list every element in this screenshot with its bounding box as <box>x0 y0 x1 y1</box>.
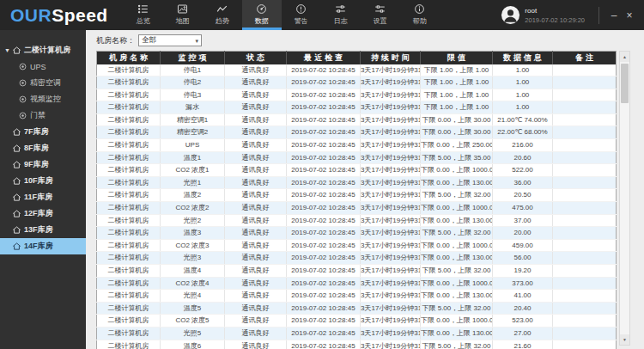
table-cell: 通讯良好 <box>225 202 287 215</box>
nav-item-trend[interactable]: 趋势 <box>203 0 242 30</box>
scrollbar-thumb[interactable] <box>621 64 629 103</box>
table-cell: 下限 1.00，上限 1.00 <box>421 101 493 114</box>
table-row[interactable]: 二楼计算机房光照3通讯良好2019-07-02 10:28:453天17小时19… <box>97 252 617 265</box>
table-row[interactable]: 二楼计算机房温度5通讯良好2019-07-02 10:28:453天17小时19… <box>97 302 617 315</box>
table-cell: 二楼计算机房 <box>97 151 161 164</box>
sidebar-item-computer-room-2f[interactable]: ▼ 二楼计算机房 <box>0 42 86 58</box>
table-cell: 3天17小时19分钟31秒 <box>361 139 421 152</box>
table-cell: CO2 浓度3 <box>161 239 225 252</box>
table-cell: 22.00℃ 68.00% <box>493 126 553 139</box>
table-row[interactable]: 二楼计算机房温度2通讯良好2019-07-02 10:28:453天17小时19… <box>97 189 617 202</box>
sidebar-item-14f[interactable]: ▼ 14F库房 <box>0 238 86 254</box>
table-cell <box>553 302 617 315</box>
table-row[interactable]: 二楼计算机房光照1通讯良好2019-07-02 10:28:453天17小时19… <box>97 176 617 189</box>
table-cell: 下限 0.00，上限 130.00 <box>421 176 493 189</box>
table-row[interactable]: 二楼计算机房温度6通讯良好2019-07-02 10:28:453天17小时19… <box>97 340 617 349</box>
home-icon <box>12 127 21 137</box>
table-cell <box>553 139 617 152</box>
table-row[interactable]: 二楼计算机房精密空调2通讯良好2019-07-02 10:28:453天17小时… <box>97 126 617 139</box>
table-row[interactable]: 二楼计算机房CO2 浓度5通讯良好2019-07-02 10:28:453天17… <box>97 315 617 328</box>
alert-icon <box>295 3 307 15</box>
table-cell: 光照3 <box>161 252 225 265</box>
table-row[interactable]: 二楼计算机房温度4通讯良好2019-07-02 10:28:453天17小时19… <box>97 265 617 278</box>
sidebar-item-9f[interactable]: ▼ 9F库房 <box>0 156 86 173</box>
close-button[interactable]: × <box>622 8 637 23</box>
sidebar-item-precision-ac[interactable]: 精密空调 <box>0 75 86 91</box>
sidebar-item-12f[interactable]: ▼ 12F库房 <box>0 205 86 222</box>
table-cell: 通讯良好 <box>225 302 287 315</box>
sidebar-item-11f[interactable]: ▼ 11F库房 <box>0 189 86 205</box>
nav-item-help[interactable]: 帮助 <box>400 0 440 30</box>
minimize-button[interactable]: – <box>606 8 622 23</box>
sidebar-item-ups[interactable]: UPS <box>0 58 86 75</box>
scroll-up-button[interactable]: ▲ <box>620 52 629 62</box>
table-row[interactable]: 二楼计算机房漏水通讯良好2019-07-02 10:28:453天17小时19分… <box>97 101 617 114</box>
sidebar-item-door-access[interactable]: 门禁 <box>0 107 86 124</box>
nav-item-log[interactable]: 日志 <box>321 0 361 30</box>
table-row[interactable]: 二楼计算机房CO2 浓度4通讯良好2019-07-02 10:28:453天17… <box>97 277 617 290</box>
nav-item-alert[interactable]: 警告 <box>282 0 321 30</box>
table-row[interactable]: 二楼计算机房停电3通讯良好2019-07-02 10:28:453天17小时19… <box>97 89 617 101</box>
scroll-down-button[interactable]: ▼ <box>620 334 629 345</box>
table-cell: 温度4 <box>161 265 225 278</box>
user-info[interactable]: root 2019-07-02 10:29:20 <box>501 5 585 25</box>
table-cell: 3天17小时19分钟31秒 <box>361 340 421 349</box>
table-cell: 522.00 <box>493 164 553 177</box>
table-cell: 通讯良好 <box>225 113 287 126</box>
nav-item-data[interactable]: 数据 <box>242 0 282 30</box>
table-row[interactable]: 二楼计算机房光照4通讯良好2019-07-02 10:28:453天17小时19… <box>97 290 617 303</box>
table-row[interactable]: 二楼计算机房CO2 浓度1通讯良好2019-07-02 10:28:453天17… <box>97 164 617 177</box>
table-cell: 3天17小时19分钟31秒 <box>361 277 421 290</box>
table-cell: 下限 1.00，上限 1.00 <box>421 77 493 89</box>
table-cell: 下限 0.00，上限 250.00 <box>421 139 493 152</box>
table-row[interactable]: 二楼计算机房光照2通讯良好2019-07-02 10:28:453天17小时19… <box>97 214 617 227</box>
table-cell: 3天17小时19分钟31秒 <box>361 239 421 252</box>
topbar-right: root 2019-07-02 10:29:20 – × <box>501 0 644 30</box>
table-cell: 温度5 <box>161 302 225 315</box>
table-cell: CO2 浓度5 <box>161 315 225 328</box>
table-cell: 光照1 <box>161 176 225 189</box>
table-cell: 下限 0.00，上限 30.00 <box>421 113 493 126</box>
table-row[interactable]: 二楼计算机房精密空调1通讯良好2019-07-02 10:28:453天17小时… <box>97 113 617 126</box>
expand-arrow-icon[interactable]: ▼ <box>4 47 12 53</box>
nav-item-settings[interactable]: 设置 <box>361 0 400 30</box>
table-cell: 475.00 <box>493 202 553 215</box>
nav-item-overview[interactable]: 总览 <box>124 0 163 30</box>
table-cell: 3天17小时19分钟31秒 <box>361 126 421 139</box>
table-row[interactable]: 二楼计算机房UPS通讯良好2019-07-02 10:28:453天17小时19… <box>97 139 617 152</box>
logo-our: OUR <box>10 5 52 26</box>
nav-item-map[interactable]: 地图 <box>163 0 203 30</box>
sidebar-item-cctv[interactable]: 视频监控 <box>0 91 86 107</box>
table-cell: 二楼计算机房 <box>97 202 161 215</box>
table-cell: 2019-07-02 10:28:45 <box>287 227 361 240</box>
device-icon <box>18 95 27 104</box>
sidebar-item-10f[interactable]: ▼ 10F库房 <box>0 173 86 189</box>
table-cell: 下限 5.00，上限 32.00 <box>421 302 493 315</box>
table-row[interactable]: 二楼计算机房光照5通讯良好2019-07-02 10:28:453天17小时19… <box>97 327 617 340</box>
room-filter-select[interactable]: 全部 ▾ <box>138 34 202 46</box>
table-cell: 通讯良好 <box>225 315 287 328</box>
table-cell: 通讯良好 <box>225 227 287 240</box>
table-cell: 3天17小时19分钟31秒 <box>361 189 421 202</box>
table-row[interactable]: 二楼计算机房温度3通讯良好2019-07-02 10:28:453天17小时19… <box>97 227 617 240</box>
device-icon <box>18 62 27 71</box>
table-cell: 20.50 <box>493 189 553 202</box>
table-cell: 3天17小时19分钟31秒 <box>361 315 421 328</box>
column-header: 持续时间 <box>361 52 421 64</box>
table-row[interactable]: 二楼计算机房停电1通讯良好2019-07-02 10:28:453天17小时19… <box>97 64 617 77</box>
sidebar-item-8f[interactable]: ▼ 8F库房 <box>0 140 86 156</box>
device-icon <box>18 78 27 88</box>
table-cell: 下限 5.00，上限 32.00 <box>421 189 493 202</box>
table-cell: 通讯良好 <box>225 77 287 89</box>
table-row[interactable]: 二楼计算机房CO2 浓度3通讯良好2019-07-02 10:28:453天17… <box>97 239 617 252</box>
sidebar-item-7f[interactable]: ▼ 7F库房 <box>0 124 86 140</box>
sidebar-item-13f[interactable]: ▼ 13F库房 <box>0 222 86 238</box>
table-scrollbar[interactable]: ▲ ▼ <box>619 51 630 346</box>
table-row[interactable]: 二楼计算机房CO2 浓度2通讯良好2019-07-02 10:28:453天17… <box>97 202 617 215</box>
table-cell: 459.00 <box>493 239 553 252</box>
table-row[interactable]: 二楼计算机房停电2通讯良好2019-07-02 10:28:453天17小时19… <box>97 77 617 89</box>
table-row[interactable]: 二楼计算机房温度1通讯良好2019-07-02 10:28:453天17小时19… <box>97 151 617 164</box>
main-content: 机房名称： 全部 ▾ 机房名称监控项状态最近检查持续时间限值数据信息备注 二楼计… <box>86 30 644 349</box>
table-cell: 2019-07-02 10:28:45 <box>287 164 361 177</box>
table-cell: 3天17小时19分钟31秒 <box>361 113 421 126</box>
